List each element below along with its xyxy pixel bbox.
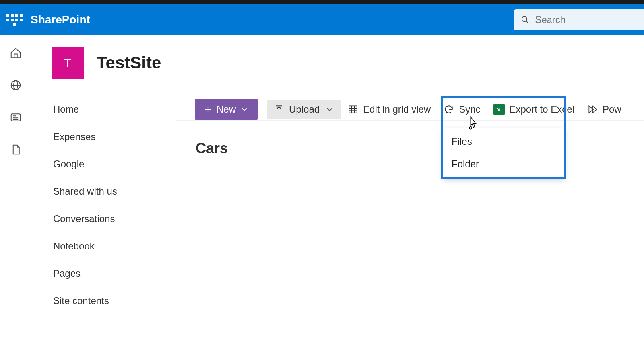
upload-files-option[interactable]: Files [443,130,564,153]
brand-label[interactable]: SharePoint [31,13,90,26]
svg-rect-13 [349,106,357,113]
files-icon[interactable] [8,142,23,157]
power-automate-icon [587,104,598,115]
quick-launch-nav: Home Expenses Google Shared with us Conv… [31,88,176,362]
nav-item-notebook[interactable]: Notebook [31,232,176,260]
svg-point-0 [522,16,527,21]
nav-item-google[interactable]: Google [31,150,176,178]
chevron-down-icon [324,104,335,115]
nav-item-conversations[interactable]: Conversations [31,205,176,232]
new-button-label: New [217,104,236,115]
sync-label: Sync [459,104,480,115]
globe-icon[interactable] [8,78,23,93]
svg-rect-5 [11,114,20,121]
export-excel-label: Export to Excel [510,104,574,115]
upload-dropdown: Files Folder [443,128,564,178]
upload-folder-option[interactable]: Folder [443,153,564,175]
upload-button-label: Upload [289,104,320,115]
nav-item-pages[interactable]: Pages [31,260,176,287]
upload-icon [274,104,284,115]
plus-icon [204,105,213,114]
home-icon[interactable] [8,46,23,60]
page-body: New Upload Edit in grid view S [176,88,644,362]
nav-item-site-contents[interactable]: Site contents [31,287,176,315]
news-icon[interactable] [8,110,23,125]
search-input[interactable] [535,14,639,25]
upload-button[interactable]: Upload [267,100,341,119]
sync-button[interactable]: Sync [437,100,487,119]
grid-icon [348,104,358,115]
search-box[interactable] [514,9,644,30]
suite-header: SharePoint [0,4,644,35]
site-header: T TestSite [31,35,644,88]
sync-icon [444,104,454,115]
site-logo[interactable]: T [52,47,84,79]
power-automate-label: Pow [603,104,621,115]
edit-grid-view-button[interactable]: Edit in grid view [341,100,437,119]
search-icon [521,15,529,25]
power-automate-button[interactable]: Pow [581,100,628,119]
excel-icon: x [493,104,505,115]
command-bar: New Upload Edit in grid view S [176,88,644,121]
nav-item-shared-with-us[interactable]: Shared with us [31,178,176,205]
global-nav-rail [0,35,31,362]
nav-item-home[interactable]: Home [31,96,176,123]
nav-item-expenses[interactable]: Expenses [31,123,176,150]
new-button[interactable]: New [195,99,258,120]
svg-line-1 [526,21,528,23]
chevron-down-icon [240,105,249,114]
app-launcher-icon[interactable] [6,12,23,28]
edit-grid-view-label: Edit in grid view [363,104,431,115]
browser-chrome-strip [0,0,644,4]
site-title[interactable]: TestSite [97,53,161,72]
export-excel-button[interactable]: x Export to Excel [487,100,581,119]
library-title: Cars [176,121,644,157]
